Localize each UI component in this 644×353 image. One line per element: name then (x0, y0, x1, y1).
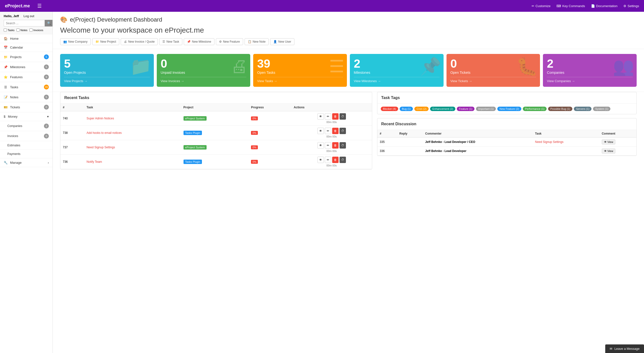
stat-card-companies[interactable]: 👥 2 Companies View Companies → (543, 54, 637, 87)
timer-icon-btn[interactable]: ⏱ (340, 113, 346, 120)
dcol-task: Task (532, 130, 599, 137)
stat-card-open-tickets[interactable]: 🐛 0 Open Tickets View Tickets → (446, 54, 540, 87)
brand-logo[interactable]: eProject.me (5, 3, 30, 8)
card-view-link[interactable]: View Projects → (64, 77, 150, 83)
task-link[interactable]: Notify Team (86, 160, 102, 163)
sidebar-item-notes[interactable]: 📝 Notes5 (0, 92, 52, 102)
sidebar-item-home[interactable]: 🏠 Home (0, 34, 52, 43)
task-tags-panel: Task Tags Blocker (4)Bug (1)Cron (2)Enha… (377, 92, 637, 114)
hamburger-menu[interactable]: ☰ (37, 3, 42, 9)
documentation-link[interactable]: 📄 Documentation (591, 4, 618, 8)
tag-servers-(1)[interactable]: Servers (1) (574, 107, 592, 111)
money-menu[interactable]: $ Money ▾ (0, 112, 52, 121)
delete-icon-btn[interactable]: 🗑 (332, 128, 338, 134)
tag-enhancement-(2)[interactable]: Enhancement (2) (430, 107, 455, 111)
sidebar-item-tasks[interactable]: ☰ Tasks39 (0, 82, 52, 92)
badge-notes: 5 (44, 95, 49, 99)
progress-badge: 0% (251, 131, 258, 135)
action-btn-new-invoice--quote[interactable]: 🖨New Invoice / Quote (121, 38, 158, 45)
task-link[interactable]: Super Admin Notices (86, 117, 114, 120)
card-view-link[interactable]: View Tasks → (257, 77, 343, 83)
action-btn-new-note[interactable]: 📋New Note (244, 38, 269, 45)
task-link[interactable]: Need Signup Settings (86, 146, 115, 149)
tag-cron-(2)[interactable]: Cron (2) (414, 107, 428, 111)
card-view-link[interactable]: View Tickets → (450, 77, 536, 83)
col-progress: Progress (248, 104, 291, 111)
filter-invoices-label[interactable]: Invoices (30, 28, 43, 32)
view-icon-btn[interactable]: 👁 (318, 142, 324, 149)
sidebar-item-features[interactable]: ⭐ Features9 (0, 72, 52, 82)
sidebar-item-estimates[interactable]: Estimates (0, 141, 52, 150)
sidebar-item-payments[interactable]: Payments (0, 150, 52, 158)
card-view-link[interactable]: View Milestones → (354, 77, 440, 83)
filter-notes-checkbox[interactable] (16, 28, 20, 32)
recent-discussion-panel: Recent Discussion #ReplyCommenterTaskCom… (377, 118, 637, 156)
tag-system-(1)[interactable]: System (1) (593, 107, 610, 111)
action-btn-new-feature[interactable]: ⚙New Feature (216, 38, 243, 45)
view-icon-btn[interactable]: 👁 (318, 128, 324, 134)
card-view-link[interactable]: View Invoices → (161, 77, 246, 83)
edit-icon-btn[interactable]: ✏ (325, 128, 331, 134)
action-btn-new-task[interactable]: ☰New Task (159, 38, 182, 45)
sidebar-item-milestones[interactable]: 📌 Milestones5 (0, 62, 52, 72)
filter-tasks-checkbox[interactable] (4, 28, 7, 32)
col-task: Task (84, 104, 181, 111)
card-bg-icon: ☰ (329, 56, 344, 76)
stat-card-open-tasks[interactable]: ☰ 39 Open Tasks View Tasks → (253, 54, 347, 87)
filter-row: Tasks Notes Invoices (4, 28, 49, 32)
delete-icon-btn[interactable]: 🗑 (332, 113, 338, 120)
tag-blocker-(4)[interactable]: Blocker (4) (381, 107, 398, 111)
edit-icon-btn[interactable]: ✏ (325, 113, 331, 120)
action-btn-new-project[interactable]: 📁New Project (92, 38, 120, 45)
tag-important-(1)[interactable]: Important (1) (476, 107, 496, 111)
timer-icon-btn[interactable]: ⏱ (340, 142, 346, 149)
col-project: Project (181, 104, 249, 111)
task-link[interactable]: Add hooks to email notices (86, 131, 122, 135)
timer-icon-btn[interactable]: ⏱ (340, 128, 346, 134)
sidebar-item-projects[interactable]: 📁 Projects5 (0, 52, 52, 62)
search-button[interactable]: 🔍 (45, 20, 53, 26)
edit-icon-btn[interactable]: ✏ (325, 157, 331, 163)
filter-invoices-checkbox[interactable] (30, 28, 33, 32)
action-btn-new-milestone[interactable]: 📌New Milestone (184, 38, 214, 45)
leave-message-button[interactable]: ✉ Leave a Message (605, 345, 644, 353)
table-row: 336 Jeff Behnke - Lead Developer 👁 View (377, 147, 636, 156)
discussion-task-link[interactable]: Need Signup Settings (535, 140, 564, 144)
customize-link[interactable]: ✏ Customize (532, 4, 550, 8)
filter-notes-label[interactable]: Notes (16, 28, 28, 32)
sidebar-item-companies[interactable]: Companies2 (0, 121, 52, 131)
tag-new-feature-(2)[interactable]: New Feature (2) (497, 107, 521, 111)
bottom-section: Recent Tasks #TaskProjectProgressActions… (53, 92, 644, 174)
sidebar-item-calendar[interactable]: 📅 Calendar (0, 43, 52, 52)
key-commands-link[interactable]: ⌨ Key Commands (556, 4, 585, 8)
nav-icon: ⭐ (4, 75, 8, 79)
tag-performance-(1)[interactable]: Performance (1) (523, 107, 546, 111)
stat-card-milestones[interactable]: 📌 2 Milestones View Milestones → (350, 54, 444, 87)
edit-icon-btn[interactable]: ✏ (325, 142, 331, 149)
action-btn-new-company[interactable]: 👥New Company (60, 38, 91, 45)
action-icon: 👥 (63, 40, 67, 43)
tag-feature-(1)[interactable]: Feature (1) (457, 107, 474, 111)
tag-possible-bug-(1)[interactable]: Possible Bug (1) (548, 107, 572, 111)
stat-card-open-projects[interactable]: 📁 5 Open Projects View Projects → (60, 54, 154, 87)
search-input[interactable] (4, 20, 45, 26)
delete-icon-btn[interactable]: 🗑 (332, 142, 338, 149)
action-btn-new-user[interactable]: 👤New User (270, 38, 294, 45)
manage-menu[interactable]: 🔧 Manage › (0, 158, 52, 167)
sidebar-item-tickets[interactable]: 🎫 Tickets0 (0, 102, 52, 112)
filter-tasks-label[interactable]: Tasks (4, 28, 14, 32)
view-comment-btn[interactable]: 👁 View (602, 149, 616, 153)
project-badge: Tasks Plugin (184, 160, 202, 164)
settings-link[interactable]: ⚙ Settings (624, 4, 639, 8)
delete-icon-btn[interactable]: 🗑 (332, 157, 338, 163)
view-comment-btn[interactable]: 👁 View (602, 139, 616, 144)
timer-icon-btn[interactable]: ⏱ (340, 157, 346, 163)
view-icon-btn[interactable]: 👁 (318, 113, 324, 120)
card-view-link[interactable]: View Companies → (547, 77, 633, 83)
stat-card-unpaid-invoices[interactable]: 🖨 0 Unpaid Invoices View Invoices → (157, 54, 250, 87)
sidebar-item-invoices[interactable]: Invoices0 (0, 131, 52, 141)
view-icon-btn[interactable]: 👁 (318, 157, 324, 163)
logout-button[interactable]: Log out (24, 14, 34, 18)
top-navigation: eProject.me ☰ ✏ Customize ⌨ Key Commands… (0, 0, 644, 12)
tag-bug-(1)[interactable]: Bug (1) (400, 107, 413, 111)
